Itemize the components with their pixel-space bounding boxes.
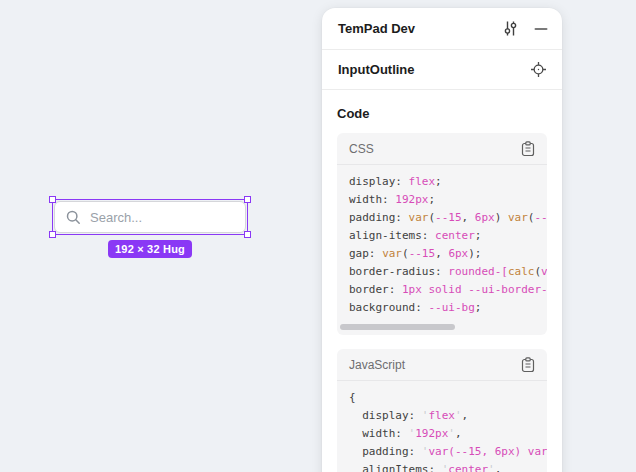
code-line: border: 1px solid --ui-border- [349,281,535,299]
code-line: border-radius: rounded-[calc(v [349,263,535,281]
tempad-dev-plugin-panel: TemPad Dev InputOutline [322,8,562,472]
css-code-block: CSS display: flex;width: 192px;padding: … [337,133,547,335]
horizontal-scrollbar[interactable] [340,324,455,330]
plugin-header: TemPad Dev [322,8,562,50]
code-line: { [349,389,535,407]
component-name: InputOutline [338,62,530,77]
code-line: display: flex; [349,173,535,191]
sliders-icon[interactable] [502,20,519,37]
code-line: display: 'flex', [349,407,535,425]
clipboard-copy-icon[interactable] [521,357,535,373]
selection-handle-bottom-right[interactable] [244,231,251,238]
magnifier-icon [65,209,82,226]
locate-crosshair-icon[interactable] [530,61,547,78]
code-line: alignItems: 'center', [349,461,535,472]
code-line: width: 192px; [349,191,535,209]
selection-handle-top-right[interactable] [244,196,251,203]
search-input-component[interactable]: Search... [54,201,246,233]
search-placeholder: Search... [90,210,142,225]
selection-handle-bottom-left[interactable] [49,231,56,238]
code-line: background: --ui-bg; [349,299,535,317]
javascript-code-block: JavaScript { display: 'flex', width: '19… [337,349,547,472]
code-line: padding: 'var(--15, 6px) var [349,443,535,461]
javascript-code-header: JavaScript [337,349,547,381]
selected-component-row: InputOutline [322,50,562,90]
code-line: width: '192px', [349,425,535,443]
css-code[interactable]: display: flex;width: 192px;padding: var(… [337,165,547,321]
code-section: Code CSS display: flex;width: 192px;padd… [322,106,562,472]
code-line: gap: var(--15, 6px); [349,245,535,263]
minimize-icon[interactable] [534,22,548,36]
css-code-header: CSS [337,133,547,165]
javascript-code[interactable]: { display: 'flex', width: '192px', paddi… [337,381,547,472]
code-section-title: Code [337,106,547,121]
clipboard-copy-icon[interactable] [521,141,535,157]
css-label: CSS [349,142,521,156]
javascript-label: JavaScript [349,358,521,372]
plugin-title: TemPad Dev [338,21,502,36]
code-line: align-items: center; [349,227,535,245]
size-badge: 192 × 32 Hug [108,240,192,258]
code-line: padding: var(--15, 6px) var(-- [349,209,535,227]
